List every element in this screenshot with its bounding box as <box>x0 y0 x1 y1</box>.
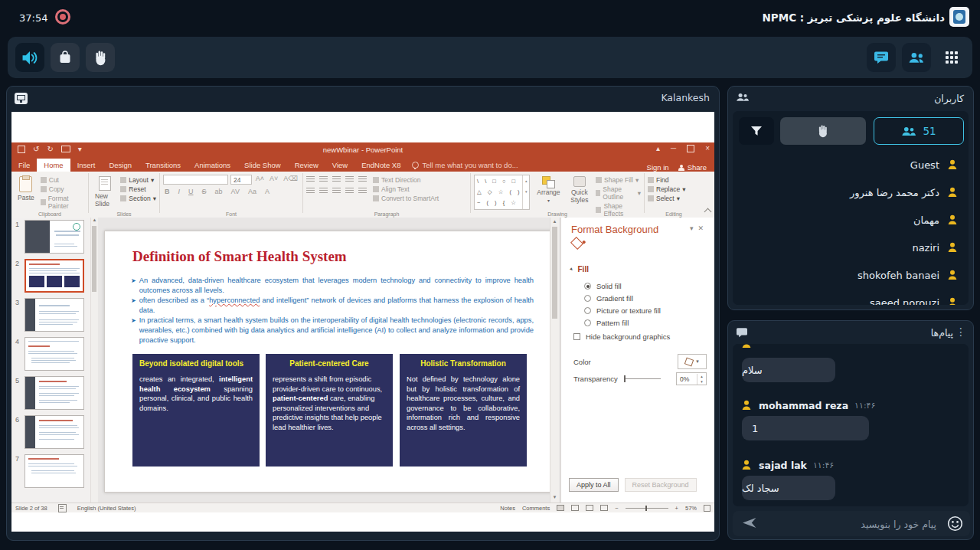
user-list-item[interactable]: naziri <box>733 234 969 261</box>
replace-button[interactable]: Replace▾ <box>648 185 700 193</box>
raise-hand-button[interactable] <box>86 43 115 72</box>
tab-slideshow[interactable]: Slide Show <box>237 159 288 172</box>
normal-view-icon[interactable] <box>557 505 564 511</box>
strikethrough-button[interactable]: S <box>201 188 208 195</box>
files-button[interactable] <box>51 43 80 72</box>
text-direction-button[interactable]: Text Direction <box>373 176 439 184</box>
indent-increase-icon[interactable] <box>345 176 354 183</box>
section-button[interactable]: Section▾ <box>120 195 156 202</box>
shrink-font-button[interactable]: A˅ <box>268 175 279 185</box>
font-color-button[interactable]: A <box>263 188 271 195</box>
paste-button[interactable]: Paste <box>15 175 38 211</box>
bullet-list-icon[interactable] <box>306 176 315 183</box>
select-button[interactable]: Select▾ <box>648 195 700 202</box>
transparency-slider[interactable] <box>624 378 661 379</box>
hide-background-graphics-checkbox[interactable]: Hide background graphics <box>573 332 670 341</box>
apply-to-all-button[interactable]: Apply to All <box>569 478 619 492</box>
line-spacing-icon[interactable] <box>358 176 367 183</box>
spellcheck-icon[interactable] <box>58 504 67 512</box>
tab-design[interactable]: Design <box>102 159 139 172</box>
chat-menu-icon[interactable]: ⋮ <box>956 326 966 338</box>
slide-thumbnail[interactable]: 5 <box>11 374 97 413</box>
clear-format-button[interactable]: A⌫ <box>282 175 299 185</box>
user-list-item[interactable]: مهمان <box>733 206 969 234</box>
pattern-fill-option[interactable]: Pattern fill <box>584 319 629 327</box>
gradient-fill-option[interactable]: Gradient fill <box>584 294 633 303</box>
zoom-level[interactable]: 57% <box>685 505 697 512</box>
filter-users-button[interactable] <box>739 117 774 145</box>
chat-toggle-button[interactable] <box>867 43 896 72</box>
reset-button[interactable]: Reset <box>120 185 156 193</box>
new-slide-button[interactable]: New Slide <box>92 175 117 209</box>
shape-outline-button[interactable]: Shape Outline▾ <box>596 185 641 201</box>
tab-file[interactable]: File <box>11 159 37 172</box>
user-list-item[interactable]: saeed norouzi <box>733 289 969 305</box>
users-toggle-button[interactable] <box>902 43 931 72</box>
tab-animations[interactable]: Animations <box>188 159 237 172</box>
audio-button[interactable] <box>15 43 44 72</box>
align-left-icon[interactable] <box>306 188 315 195</box>
indent-decrease-icon[interactable] <box>332 176 341 183</box>
share-button[interactable]: Share <box>678 163 707 172</box>
slide-sorter-view-icon[interactable] <box>571 505 579 511</box>
layout-grid-button[interactable] <box>937 43 966 72</box>
transparency-spinner[interactable]: 0%▴▾ <box>676 372 707 385</box>
restore-icon[interactable] <box>687 145 694 152</box>
shapes-gallery[interactable]: \ \ □ ○ □ △ ◇ ☆ ( ) ~ ( ) { ☆ ▴▾ <box>474 175 530 210</box>
slideshow-view-icon[interactable] <box>600 505 608 511</box>
slide-thumbnail-selected[interactable]: 2 <box>11 257 97 296</box>
reset-background-button[interactable]: Reset Background <box>625 478 697 492</box>
slide-thumbnail[interactable]: 1 <box>11 218 97 257</box>
slide-thumbnail[interactable]: 3 <box>11 296 97 335</box>
collapse-ribbon-icon[interactable] <box>704 208 712 216</box>
align-text-button[interactable]: Align Text <box>373 185 439 193</box>
emoji-picker-button[interactable] <box>947 516 963 532</box>
picture-fill-option[interactable]: Picture or texture fill <box>584 306 661 315</box>
thumbnails-scrollbar[interactable]: ▲ <box>90 218 98 503</box>
canvas-scrollbar[interactable]: ▲▼ <box>550 218 559 503</box>
tab-view[interactable]: View <box>325 159 354 172</box>
format-painter-button[interactable]: Format Painter <box>41 195 85 210</box>
font-name-combo[interactable] <box>163 175 228 185</box>
current-slide[interactable]: Definition of Smart Health System ➤An ad… <box>104 231 556 493</box>
tab-insert[interactable]: Insert <box>70 159 103 172</box>
convert-smartart-button[interactable]: Convert to SmartArt <box>373 195 439 202</box>
justify-icon[interactable] <box>345 188 354 195</box>
shape-fill-button[interactable]: Shape Fill▾ <box>596 176 641 184</box>
zoom-out-icon[interactable]: − <box>615 505 618 512</box>
minimize-icon[interactable]: ─ <box>671 144 676 152</box>
language-status[interactable]: English (United States) <box>77 505 136 512</box>
italic-button[interactable]: I <box>177 188 182 195</box>
fill-section-header[interactable]: ▴Fill <box>570 265 589 273</box>
solid-fill-option[interactable]: Solid fill <box>584 282 622 290</box>
pane-options-icon[interactable]: ▾ <box>690 224 698 232</box>
ribbon-options-icon[interactable]: ▴ <box>656 144 660 152</box>
underline-button[interactable]: U <box>187 188 195 195</box>
user-list-item[interactable]: Guest <box>733 151 969 178</box>
grow-font-button[interactable]: A˄ <box>254 175 266 185</box>
raised-hands-filter-button[interactable] <box>780 117 866 145</box>
notes-button[interactable]: Notes <box>500 505 515 512</box>
sign-in-link[interactable]: Sign in <box>647 163 669 172</box>
columns-icon[interactable] <box>358 188 367 195</box>
font-size-combo[interactable]: 24 <box>230 175 252 185</box>
number-list-icon[interactable] <box>319 176 328 183</box>
chat-message-input[interactable] <box>766 511 938 538</box>
case-button[interactable]: Aa <box>247 188 258 195</box>
user-count-button[interactable]: 51 <box>874 117 964 145</box>
bold-button[interactable]: B <box>163 188 172 195</box>
find-button[interactable]: Find <box>648 176 700 184</box>
align-center-icon[interactable] <box>319 188 328 195</box>
zoom-slider[interactable] <box>626 508 668 509</box>
fit-to-window-icon[interactable] <box>704 505 710 512</box>
tab-endnote[interactable]: EndNote X8 <box>354 159 407 172</box>
layout-button[interactable]: Layout▾ <box>120 176 156 184</box>
reading-view-icon[interactable] <box>586 505 593 511</box>
tab-home[interactable]: Home <box>37 159 70 172</box>
tab-review[interactable]: Review <box>288 159 325 172</box>
send-message-button[interactable] <box>742 517 756 529</box>
cut-button[interactable]: Cut <box>41 176 85 184</box>
tell-me-box[interactable]: Tell me what you want to do... <box>407 159 522 172</box>
slide-thumbnail[interactable]: 4 <box>11 335 97 374</box>
color-picker-button[interactable]: ▾ <box>678 354 707 369</box>
